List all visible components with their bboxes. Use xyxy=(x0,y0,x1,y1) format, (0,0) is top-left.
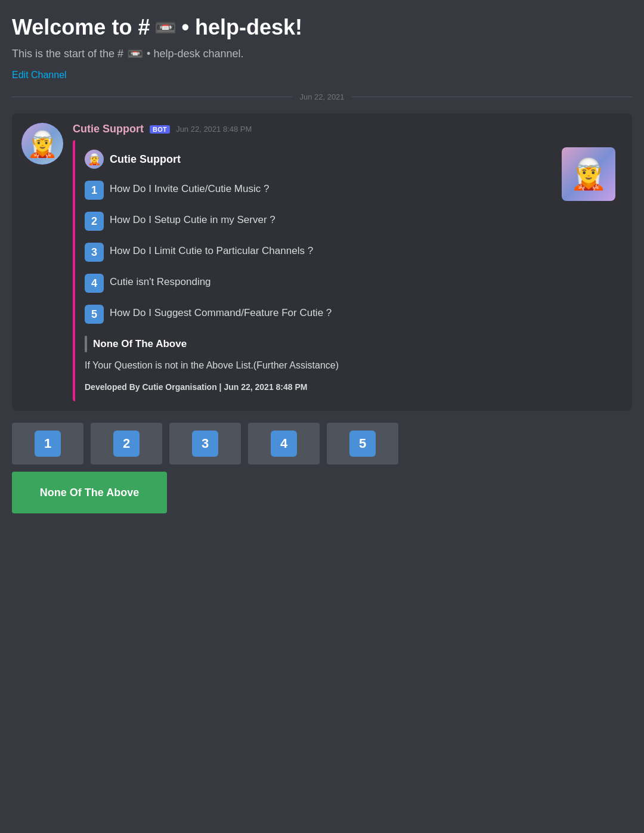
faq-list: 1 How Do I Invite Cutie/Cutie Music ? 2 … xyxy=(85,181,613,324)
number-button-3[interactable]: 3 xyxy=(169,423,241,465)
page-container: Welcome to # 📼 • help-desk! This is the … xyxy=(0,0,644,538)
number-button-3-inner: 3 xyxy=(192,431,218,457)
number-button-4[interactable]: 4 xyxy=(248,423,320,465)
none-above-description: If Your Question is not in the Above Lis… xyxy=(85,358,613,373)
message-timestamp: Jun 22, 2021 8:48 PM xyxy=(176,125,252,134)
tape-emoji-small: 📼 xyxy=(127,46,143,61)
embed-card: 🧝 🧝 Cutie Support 1 How Do I Invite Cuti… xyxy=(73,140,623,401)
message-wrapper: Cutie Support BOT Jun 22, 2021 8:48 PM 🧝… xyxy=(12,113,632,411)
avatar xyxy=(21,123,63,165)
number-button-5-inner: 5 xyxy=(349,431,376,457)
faq-num-5: 5 xyxy=(85,305,104,324)
none-above-bar xyxy=(85,336,87,352)
edit-channel-link[interactable]: Edit Channel xyxy=(12,70,67,80)
number-button-1[interactable]: 1 xyxy=(12,423,83,465)
embed-bot-avatar: 🧝 xyxy=(85,150,104,169)
title-prefix: Welcome to # xyxy=(12,14,150,40)
date-divider: Jun 22, 2021 xyxy=(12,92,632,101)
message-header: Cutie Support BOT Jun 22, 2021 8:48 PM xyxy=(73,123,623,135)
number-button-5[interactable]: 5 xyxy=(327,423,398,465)
faq-num-1: 1 xyxy=(85,181,104,200)
none-above-button[interactable]: None Of The Above xyxy=(12,472,167,513)
avatar-image xyxy=(21,123,63,165)
none-above-button-row: None Of The Above xyxy=(12,472,632,513)
faq-text-1: How Do I Invite Cutie/Cutie Music ? xyxy=(110,181,269,195)
channel-title: Welcome to # 📼 • help-desk! xyxy=(12,14,632,40)
channel-subtitle: This is the start of the # 📼 • help-desk… xyxy=(12,46,632,61)
embed-thumbnail: 🧝 xyxy=(562,147,615,201)
number-button-2-inner: 2 xyxy=(113,431,140,457)
faq-text-2: How Do I Setup Cutie in my Server ? xyxy=(110,212,275,226)
subtitle-prefix: This is the start of the # xyxy=(12,48,123,60)
embed-footer: Developed By Cutie Organisation | Jun 22… xyxy=(85,382,613,392)
faq-text-4: Cutie isn't Responding xyxy=(110,274,211,288)
faq-text-5: How Do I Suggest Command/Feature For Cut… xyxy=(110,305,332,319)
tape-emoji-large: 📼 xyxy=(154,17,177,38)
username: Cutie Support xyxy=(73,123,144,135)
channel-header: Welcome to # 📼 • help-desk! This is the … xyxy=(12,14,632,80)
date-divider-text: Jun 22, 2021 xyxy=(299,92,344,101)
number-button-4-inner: 4 xyxy=(271,431,297,457)
none-above-title: None Of The Above xyxy=(93,338,187,350)
divider-line-left xyxy=(12,97,292,97)
embed-title: Cutie Support xyxy=(110,153,181,166)
faq-item-4: 4 Cutie isn't Responding xyxy=(85,274,613,293)
embed-title-row: 🧝 Cutie Support xyxy=(85,150,613,169)
message-content: Cutie Support BOT Jun 22, 2021 8:48 PM 🧝… xyxy=(73,123,623,401)
number-button-1-inner: 1 xyxy=(35,431,61,457)
number-buttons-row: 1 2 3 4 5 xyxy=(12,423,632,465)
faq-num-2: 2 xyxy=(85,212,104,231)
faq-item-3: 3 How Do I Limit Cutie to Particular Cha… xyxy=(85,243,613,262)
faq-item-2: 2 How Do I Setup Cutie in my Server ? xyxy=(85,212,613,231)
number-button-2[interactable]: 2 xyxy=(91,423,162,465)
none-above-section: None Of The Above If Your Question is no… xyxy=(85,336,613,373)
faq-text-3: How Do I Limit Cutie to Particular Chann… xyxy=(110,243,313,257)
title-suffix: • help-desk! xyxy=(181,14,302,40)
none-above-header: None Of The Above xyxy=(85,336,613,352)
divider-line-right xyxy=(352,97,632,97)
subtitle-suffix: • help-desk channel. xyxy=(147,48,243,60)
bot-badge: BOT xyxy=(150,125,170,134)
faq-item-1: 1 How Do I Invite Cutie/Cutie Music ? xyxy=(85,181,613,200)
faq-num-4: 4 xyxy=(85,274,104,293)
faq-num-3: 3 xyxy=(85,243,104,262)
faq-item-5: 5 How Do I Suggest Command/Feature For C… xyxy=(85,305,613,324)
